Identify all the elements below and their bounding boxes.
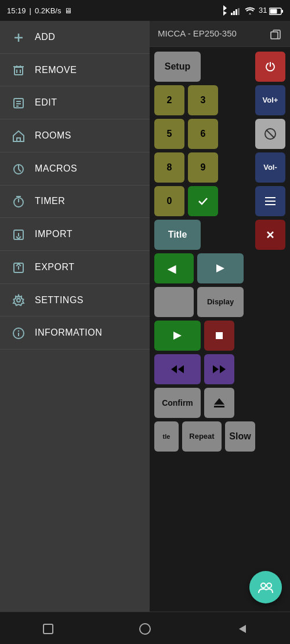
confirm-button[interactable]: Confirm — [154, 388, 201, 418]
display-button[interactable]: Display — [197, 287, 244, 317]
nav-home-button[interactable] — [128, 621, 162, 636]
rewind-button[interactable] — [154, 354, 201, 384]
edit-icon — [12, 96, 26, 110]
svg-rect-1 — [233, 11, 235, 15]
nav-square-button[interactable] — [31, 621, 66, 636]
svg-point-57 — [267, 583, 271, 588]
num6-button[interactable]: 6 — [188, 119, 218, 149]
remote-row-2: 2 3 Vol+ — [154, 85, 285, 115]
setup-button[interactable]: Setup — [154, 52, 201, 82]
settings-icon — [12, 293, 26, 307]
close-button[interactable] — [255, 220, 285, 250]
svg-point-33 — [19, 331, 19, 332]
sidebar-item-edit[interactable]: EDIT — [0, 86, 150, 119]
sidebar-item-rooms[interactable]: ROOMS — [0, 119, 150, 152]
main-layout: ADD REMOVE — [0, 21, 290, 612]
add-icon — [12, 30, 26, 44]
svg-text:◀: ◀ — [168, 263, 176, 274]
remote-row-12: tle Repeat Slow — [154, 421, 285, 452]
remote-header: MICCA - EP250-350 — [150, 21, 290, 47]
remote-row-1: Setup — [154, 52, 285, 82]
import-label: IMPORT — [35, 229, 72, 239]
settings-label: SETTINGS — [35, 295, 84, 305]
fab-icon — [258, 580, 273, 595]
num8-button[interactable]: 8 — [154, 152, 184, 183]
voldown-button[interactable]: Vol- — [255, 152, 285, 183]
svg-marker-52 — [213, 365, 219, 373]
fastforward-button[interactable] — [204, 354, 234, 384]
play-pause-button[interactable] — [197, 253, 244, 283]
information-label: INFORMATION — [35, 328, 102, 338]
fab-button[interactable] — [249, 571, 282, 603]
svg-marker-54 — [214, 398, 224, 405]
macros-icon — [12, 162, 26, 176]
sidebar-item-settings[interactable]: SETTINGS — [0, 284, 150, 317]
svg-marker-60 — [239, 625, 246, 633]
num2-button[interactable]: 2 — [154, 85, 184, 115]
power-button[interactable] — [255, 52, 285, 82]
export-label: EXPORT — [35, 262, 75, 272]
sidebar-item-information[interactable]: INFORMATION — [0, 316, 150, 350]
back-button[interactable]: ◀ — [154, 253, 194, 283]
time: 15:19 — [7, 6, 26, 15]
signal-icon — [231, 6, 241, 15]
remote-row-7: ◀ — [154, 253, 285, 283]
nav-back-button[interactable] — [224, 621, 259, 636]
svg-rect-6 — [270, 9, 277, 13]
remote-row-5: 0 — [154, 186, 285, 216]
svg-rect-49 — [216, 332, 223, 339]
repeat-button[interactable]: Repeat — [182, 421, 222, 452]
add-label: ADD — [35, 32, 55, 42]
sidebar-item-remove[interactable]: REMOVE — [0, 54, 150, 87]
slow-button[interactable]: Slow — [225, 421, 255, 452]
status-bar: 15:19 | 0.2KB/s 🖥 31 — [0, 0, 290, 21]
sidebar-item-timer[interactable]: TIMER — [0, 185, 150, 219]
status-right: 31 — [219, 5, 283, 16]
data-rate: 0.2KB/s — [35, 6, 61, 15]
remote-row-9 — [154, 321, 285, 351]
svg-rect-3 — [238, 8, 240, 15]
menu-button[interactable] — [255, 186, 285, 216]
svg-rect-0 — [231, 13, 233, 15]
remote-copy-icon[interactable] — [269, 27, 282, 41]
svg-marker-48 — [173, 332, 182, 340]
edit-label: EDIT — [35, 97, 57, 108]
num9-button[interactable]: 9 — [188, 152, 218, 183]
mute-button[interactable] — [255, 119, 285, 149]
title-button[interactable]: Title — [154, 220, 201, 250]
data-speed: | — [30, 6, 31, 15]
stop-button[interactable] — [204, 321, 234, 351]
remote-row-4: 8 9 Vol- — [154, 152, 285, 183]
num5-button[interactable]: 5 — [154, 119, 184, 149]
remove-icon — [12, 63, 26, 77]
svg-point-59 — [140, 624, 150, 634]
volup-button[interactable]: Vol+ — [255, 85, 285, 115]
svg-rect-9 — [14, 67, 23, 75]
rooms-icon — [12, 129, 26, 143]
play-button[interactable] — [154, 321, 201, 351]
remote-row-3: 5 6 — [154, 119, 285, 149]
svg-marker-51 — [178, 365, 184, 373]
remote-row-6: Title — [154, 220, 285, 250]
sidebar-item-export[interactable]: EXPORT — [0, 251, 150, 284]
macros-label: MACROS — [35, 163, 77, 174]
svg-rect-2 — [235, 9, 237, 15]
title2-button[interactable]: tle — [154, 421, 179, 452]
information-icon — [12, 326, 26, 340]
svg-marker-53 — [220, 365, 226, 373]
num3-button[interactable]: 3 — [188, 85, 218, 115]
eject-button[interactable] — [204, 388, 234, 418]
sidebar-item-add[interactable]: ADD — [0, 21, 150, 54]
right-panel: MICCA - EP250-350 Setup — [150, 21, 290, 612]
sidebar-item-import[interactable]: IMPORT — [0, 218, 150, 251]
num0-button[interactable]: 0 — [154, 186, 184, 216]
remote-row-10 — [154, 354, 285, 384]
sidebar: ADD REMOVE — [0, 21, 150, 612]
timer-label: TIMER — [35, 196, 65, 206]
import-icon — [12, 227, 26, 241]
extra-button[interactable] — [154, 287, 194, 317]
svg-point-56 — [261, 583, 266, 588]
check-button[interactable] — [188, 186, 218, 216]
svg-line-22 — [19, 169, 21, 172]
sidebar-item-macros[interactable]: MACROS — [0, 152, 150, 185]
